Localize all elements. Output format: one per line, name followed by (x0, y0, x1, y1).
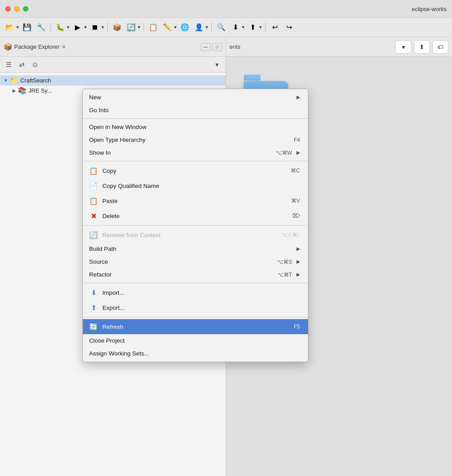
panel-maximize-button[interactable]: □ (212, 43, 222, 51)
menu-label-close-project: Close Project (89, 337, 300, 344)
nav-up-dropdown[interactable]: ▾ (259, 24, 262, 30)
stop-button[interactable]: ⏹ (89, 21, 101, 34)
share-button[interactable]: ⬆ (414, 40, 430, 54)
build-button[interactable]: 📦 (111, 21, 123, 34)
new-dropdown[interactable]: ▾ (16, 24, 19, 30)
panel-header: 📦 Package Explorer ✕ — □ (0, 37, 226, 57)
panel-title-area: 📦 Package Explorer ✕ (4, 43, 198, 51)
tree-label-craftsearch: CraftSearch (20, 77, 51, 84)
menu-item-paste[interactable]: 📋 Paste ⌘V (83, 193, 308, 208)
panel-controls: — □ (201, 43, 222, 51)
close-button[interactable] (5, 6, 11, 12)
edit-button[interactable]: ✏️ (161, 21, 174, 34)
sync-button[interactable]: ⊙ (29, 59, 41, 70)
menu-separator-2 (83, 161, 308, 161)
menu-shortcut-copy: ⌘C (291, 168, 300, 174)
link-with-editor-button[interactable]: ⇄ (16, 59, 27, 70)
tag-button[interactable]: 🏷 (433, 40, 448, 54)
menu-label-go-into: Go Into (89, 107, 300, 113)
import-icon: ⬇ (89, 288, 98, 297)
panel-close-icon[interactable]: ✕ (62, 44, 66, 50)
menu-item-import[interactable]: ⬇ Import... (83, 285, 308, 300)
traffic-lights (5, 6, 28, 12)
menu-shortcut-delete: ⌦ (292, 213, 300, 219)
tree-arrow-jre: ▶ (12, 88, 16, 93)
toolbar-group-nav-down: ⬇ ▾ (229, 21, 245, 34)
separator-1 (51, 23, 51, 32)
nav-down-dropdown[interactable]: ▾ (242, 24, 245, 30)
edit-dropdown[interactable]: ▾ (174, 24, 177, 30)
tools-button[interactable]: 🔧 (35, 21, 47, 34)
new-button[interactable]: 📂 (4, 21, 16, 34)
toolbar-group-run: ▶ ▾ (71, 21, 87, 34)
menu-shortcut-show-in: ⌥⌘W (276, 150, 292, 156)
menu-shortcut-remove-context: ⌥⇧⌘↓ (281, 232, 300, 238)
menu-shortcut-paste: ⌘V (291, 198, 300, 204)
nav-down-button[interactable]: ⬇ (229, 21, 242, 34)
partial-label: ents (230, 43, 241, 50)
separator-3 (144, 23, 144, 32)
refresh-button[interactable]: 🔄 (125, 21, 137, 34)
menu-item-go-into[interactable]: Go Into (83, 104, 308, 117)
clipboard-button[interactable]: 📋 (147, 21, 160, 34)
delete-icon: ✖ (89, 211, 98, 220)
run-dropdown[interactable]: ▾ (84, 24, 87, 30)
export-icon: ⬆ (89, 303, 98, 312)
view-menu-button[interactable]: ▾ (211, 59, 223, 70)
menu-arrow-new: ▶ (296, 94, 300, 100)
debug-dropdown[interactable]: ▾ (67, 24, 70, 30)
menu-separator-3 (83, 225, 308, 226)
user-dropdown[interactable]: ▾ (206, 24, 208, 30)
menu-label-copy: Copy (102, 168, 277, 174)
save-button[interactable]: 💾 (21, 21, 33, 34)
menu-item-delete[interactable]: ✖ Delete ⌦ (83, 208, 308, 223)
menu-separator-1 (83, 118, 308, 119)
menu-label-refactor: Refactor (89, 271, 264, 278)
menu-item-new[interactable]: New ▶ (83, 91, 308, 104)
collapse-all-button[interactable]: ☰ (3, 59, 14, 70)
dropdown-button[interactable]: ▾ (395, 40, 411, 54)
back-button[interactable]: ↩ (269, 21, 281, 34)
tree-icon-jre: 📚 (18, 86, 27, 95)
menu-item-copy[interactable]: 📋 Copy ⌘C (83, 163, 308, 178)
menu-item-copy-qualified[interactable]: 📄 Copy Qualified Name (83, 178, 308, 193)
debug-button[interactable]: 🐛 (54, 21, 66, 34)
tree-label-jre: JRE Sy... (28, 87, 52, 94)
menu-label-source: Source (89, 258, 264, 265)
tree-item-craftsearch[interactable]: ▼ 📁 CraftSearch (0, 75, 226, 86)
separator-4 (211, 23, 212, 32)
menu-label-copy-qualified: Copy Qualified Name (102, 183, 300, 189)
menu-item-export[interactable]: ⬆ Export... (83, 300, 308, 315)
nav-up-button[interactable]: ⬆ (246, 21, 259, 34)
stop-dropdown[interactable]: ▾ (101, 24, 104, 30)
globe-button[interactable]: 🌐 (179, 21, 191, 34)
menu-arrow-show-in: ▶ (296, 150, 300, 156)
menu-item-open-type-hierarchy[interactable]: Open Type Hierarchy F4 (83, 133, 308, 146)
toolbar-group-nav-up: ⬆ ▾ (246, 21, 262, 34)
menu-label-new: New (89, 94, 292, 101)
search-button[interactable]: 🔍 (215, 21, 227, 34)
context-menu: New ▶ Go Into Open in New Window Open Ty… (82, 89, 308, 362)
menu-item-assign-working-sets[interactable]: Assign Working Sets... (83, 347, 308, 360)
maximize-button[interactable] (23, 6, 28, 12)
menu-item-build-path[interactable]: Build Path ▶ (83, 242, 308, 255)
menu-shortcut-refresh: F5 (294, 324, 300, 330)
menu-item-open-new-window[interactable]: Open in New Window (83, 121, 308, 133)
panel-minimize-button[interactable]: — (201, 43, 210, 51)
menu-label-open-type-hierarchy: Open Type Hierarchy (89, 137, 281, 143)
menu-item-show-in[interactable]: Show In ⌥⌘W ▶ (83, 146, 308, 159)
menu-item-refresh[interactable]: 🔄 Refresh F5 (83, 319, 308, 334)
menu-label-show-in: Show In (89, 149, 262, 156)
menu-label-paste: Paste (102, 198, 278, 204)
run-button[interactable]: ▶ (71, 21, 84, 34)
refresh-dropdown[interactable]: ▾ (138, 24, 140, 30)
user-button[interactable]: 👤 (193, 21, 205, 34)
menu-item-source[interactable]: Source ⌥⌘S ▶ (83, 255, 308, 268)
forward-button[interactable]: ↪ (283, 21, 295, 34)
menu-label-build-path: Build Path (89, 246, 292, 252)
toolbar-group-stop: ⏹ ▾ (89, 21, 104, 34)
menu-item-close-project[interactable]: Close Project (83, 334, 308, 347)
menu-item-refactor[interactable]: Refactor ⌥⌘T ▶ (83, 268, 308, 281)
menu-separator-5 (83, 317, 308, 317)
minimize-button[interactable] (14, 6, 19, 12)
